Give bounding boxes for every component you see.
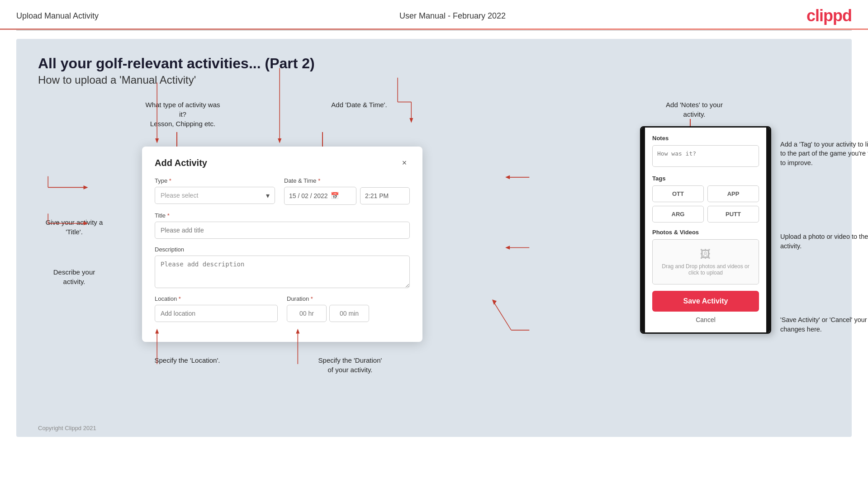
notes-input[interactable] <box>652 145 759 167</box>
phone-mockup: Notes Tags OTT APP ARG PUTT Photos & Vid… <box>640 126 771 334</box>
phone-left-bar <box>641 128 645 332</box>
tag-ott[interactable]: OTT <box>652 185 704 202</box>
photos-icon: 🖼 <box>657 248 754 261</box>
save-cancel-annotation: 'Save Activity' or 'Cancel' your changes… <box>780 315 868 334</box>
notes-arrow-v <box>690 119 691 126</box>
top-bar: Upload Manual Activity User Manual - Feb… <box>0 0 868 30</box>
type-group: Type * Please select <box>155 177 275 205</box>
right-panel: Add 'Notes' to youractivity. Notes <box>640 100 830 374</box>
calendar-icon: 📅 <box>331 192 339 200</box>
cancel-link[interactable]: Cancel <box>652 316 759 328</box>
add-activity-modal: Add Activity × Type * Please select <box>142 147 422 342</box>
duration-inputs <box>287 305 410 322</box>
phone-and-right-annotations: Notes Tags OTT APP ARG PUTT Photos & Vid… <box>640 126 868 334</box>
tag-app[interactable]: APP <box>707 185 759 202</box>
datetime-group: Date & Time * 15 / 02 / 2022 📅 2:21 PM <box>284 177 410 205</box>
page-header-left: Upload Manual Activity <box>16 11 99 21</box>
phone-right-bar <box>766 128 770 332</box>
time-input[interactable]: 2:21 PM <box>360 187 410 204</box>
datetime-annotation: Add 'Date & Time'. <box>323 100 395 128</box>
type-select-wrapper: Please select <box>155 187 275 204</box>
dt-arrow-line <box>322 132 323 147</box>
type-label: Type * <box>155 177 275 184</box>
title-group: Title * <box>155 212 410 239</box>
date-input[interactable]: 15 / 02 / 2022 📅 <box>284 187 356 205</box>
duration-min-input[interactable] <box>329 305 369 322</box>
photos-annotation: Upload a photo or video to the activity. <box>780 232 868 251</box>
tags-annotation: Add a 'Tag' to your activity to link it … <box>780 140 868 167</box>
title-annotation: Give your activity a'Title'. <box>38 218 110 237</box>
top-divider <box>16 30 852 31</box>
right-text-annotations: Add a 'Tag' to your activity to link it … <box>780 126 868 334</box>
page-header-center: User Manual - February 2022 <box>399 11 506 21</box>
tag-arg[interactable]: ARG <box>652 206 704 223</box>
tags-grid: OTT APP ARG PUTT <box>652 185 759 223</box>
photos-drop-zone[interactable]: 🖼 Drag and Drop photos and videos or cli… <box>652 239 759 284</box>
left-annotations: Give your activity a'Title'. Describe yo… <box>38 127 128 374</box>
arrow-spacer <box>142 132 450 147</box>
copyright: Copyright Clippd 2021 <box>38 425 96 431</box>
modal-area: What type of activity was it?Lesson, Chi… <box>128 100 622 374</box>
location-label: Location * <box>155 295 278 302</box>
duration-annotation: Specify the 'Duration'of your activity. <box>305 355 395 374</box>
notes-annotation-area: Add 'Notes' to youractivity. <box>640 100 830 119</box>
description-label: Description <box>155 246 410 253</box>
modal-title: Add Activity <box>155 158 207 168</box>
type-datetime-row: Type * Please select Date & Time * <box>155 177 410 205</box>
tag-putt[interactable]: PUTT <box>707 206 759 223</box>
description-textarea[interactable] <box>155 256 410 288</box>
datetime-label: Date & Time * <box>284 177 410 184</box>
close-button[interactable]: × <box>399 157 410 168</box>
bottom-annotations-row: Specify the 'Location'. Specify the 'Dur… <box>142 355 450 374</box>
page-title: All your golf-relevant activities... (Pa… <box>38 55 830 72</box>
location-group: Location * <box>155 295 278 322</box>
type-annotation: What type of activity was it?Lesson, Chi… <box>142 100 223 128</box>
modal-header: Add Activity × <box>155 157 410 168</box>
title-input[interactable] <box>155 222 410 239</box>
notes-section-label: Notes <box>652 135 759 142</box>
date-value: 15 / 02 / 2022 <box>289 192 328 199</box>
location-annotation: Specify the 'Location'. <box>142 355 223 374</box>
type-select[interactable]: Please select <box>155 187 275 204</box>
notes-annotation: Add 'Notes' to youractivity. <box>654 100 735 119</box>
location-duration-row: Location * Duration * <box>155 295 410 322</box>
date-time-inputs: 15 / 02 / 2022 📅 2:21 PM <box>284 187 410 205</box>
duration-group: Duration * <box>287 295 410 322</box>
duration-hr-input[interactable] <box>287 305 327 322</box>
content-area: Give your activity a'Title'. Describe yo… <box>38 100 830 374</box>
photos-hint: Drag and Drop photos and videos or click… <box>662 263 749 276</box>
phone-inner: Notes Tags OTT APP ARG PUTT Photos & Vid… <box>645 128 766 332</box>
main-content: All your golf-relevant activities... (Pa… <box>16 39 852 437</box>
location-input[interactable] <box>155 305 278 322</box>
title-label: Title * <box>155 212 410 219</box>
top-annotations-row: What type of activity was it?Lesson, Chi… <box>142 100 450 128</box>
tags-section-label: Tags <box>652 175 759 182</box>
type-arrow-line <box>176 132 177 147</box>
description-group: Description <box>155 246 410 288</box>
duration-label: Duration * <box>287 295 410 302</box>
save-activity-button[interactable]: Save Activity <box>652 291 759 312</box>
page-subtitle: How to upload a 'Manual Activity' <box>38 74 830 86</box>
photos-label: Photos & Videos <box>652 229 759 236</box>
logo: clippd <box>806 6 852 25</box>
time-value: 2:21 PM <box>365 192 389 199</box>
description-annotation: Describe youractivity. <box>38 267 110 286</box>
